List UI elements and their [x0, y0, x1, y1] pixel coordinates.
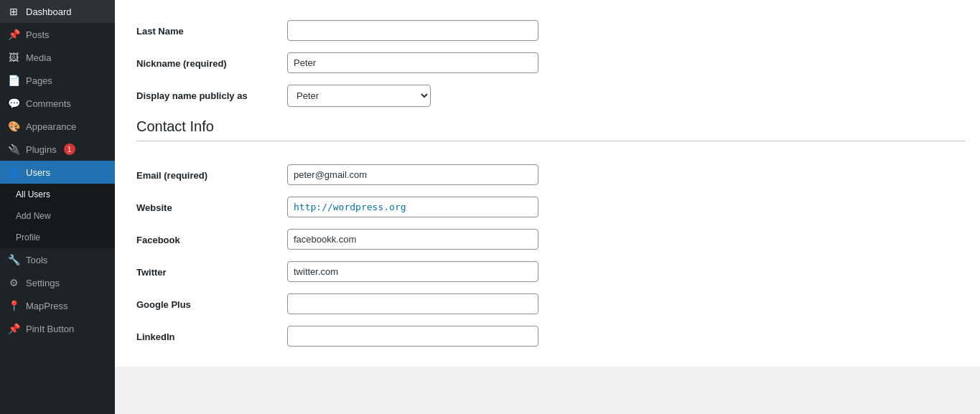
nickname-row: Nickname (required) — [136, 47, 966, 79]
contact-info-title: Contact Info — [136, 118, 966, 141]
sidebar-item-label: Dashboard — [26, 6, 72, 17]
sidebar-item-dashboard[interactable]: ⊞ Dashboard — [0, 0, 115, 23]
sidebar-item-label: Plugins — [26, 144, 57, 155]
email-row: Email (required) — [136, 159, 966, 191]
sidebar-item-label: Posts — [26, 29, 50, 40]
contact-info-heading-row: Contact Info — [136, 113, 966, 159]
dashboard-icon: ⊞ — [7, 6, 20, 17]
plugins-badge: 1 — [64, 144, 75, 155]
all-users-label: All Users — [16, 189, 50, 199]
last-name-input[interactable] — [287, 20, 538, 41]
twitter-input[interactable] — [287, 261, 538, 282]
sidebar-item-pinit[interactable]: 📌 PinIt Button — [0, 317, 115, 340]
pages-icon: 📄 — [7, 75, 20, 86]
profile-label: Profile — [16, 232, 40, 243]
sidebar-item-label: PinIt Button — [26, 324, 74, 334]
sidebar-item-comments[interactable]: 💬 Comments — [0, 92, 115, 115]
content-area: Last Name Nickname (required) — [115, 0, 980, 367]
tools-icon: 🔧 — [7, 254, 20, 265]
sidebar-item-tools[interactable]: 🔧 Tools — [0, 248, 115, 271]
sidebar-item-pages[interactable]: 📄 Pages — [0, 69, 115, 92]
sidebar-item-label: Appearance — [26, 121, 76, 132]
sidebar-item-add-new[interactable]: Add New — [0, 205, 115, 227]
website-label: Website — [136, 202, 172, 213]
sidebar-item-label: Users — [26, 167, 50, 178]
pinit-icon: 📌 — [7, 323, 20, 334]
facebook-row: Facebook — [136, 223, 966, 255]
google-plus-label: Google Plus — [136, 299, 191, 310]
nickname-input[interactable] — [287, 52, 538, 73]
users-icon: 👤 — [7, 166, 20, 178]
mappress-icon: 📍 — [7, 300, 20, 311]
linkedin-row: LinkedIn — [136, 320, 966, 352]
settings-icon: ⚙ — [7, 277, 20, 288]
twitter-label: Twitter — [136, 267, 167, 278]
comments-icon: 💬 — [7, 98, 20, 109]
sidebar-item-settings[interactable]: ⚙ Settings — [0, 271, 115, 294]
add-new-label: Add New — [16, 211, 51, 221]
google-plus-row: Google Plus — [136, 288, 966, 320]
sidebar-item-label: Pages — [26, 75, 52, 86]
sidebar-item-label: Media — [26, 52, 51, 63]
sidebar-item-users[interactable]: 👤 Users — [0, 161, 115, 184]
display-name-label: Display name publicly as — [136, 90, 248, 101]
media-icon: 🖼 — [7, 52, 20, 63]
display-name-select[interactable]: Peter — [287, 85, 431, 107]
sidebar-item-label: Settings — [26, 278, 60, 288]
plugins-icon: 🔌 — [7, 144, 20, 155]
nickname-label: Nickname (required) — [136, 58, 227, 69]
sidebar: ⊞ Dashboard 📌 Posts 🖼 Media 📄 Pages 💬 Co… — [0, 0, 115, 414]
sidebar-item-posts[interactable]: 📌 Posts — [0, 23, 115, 46]
display-name-row: Display name publicly as Peter — [136, 79, 966, 113]
sidebar-item-profile[interactable]: Profile — [0, 227, 115, 248]
website-input[interactable] — [287, 197, 538, 217]
sidebar-item-plugins[interactable]: 🔌 Plugins 1 — [0, 138, 115, 161]
appearance-icon: 🎨 — [7, 121, 20, 132]
sidebar-item-media[interactable]: 🖼 Media — [0, 46, 115, 69]
email-input[interactable] — [287, 164, 538, 185]
website-row: Website — [136, 191, 966, 223]
sidebar-item-label: Comments — [26, 98, 71, 109]
twitter-row: Twitter — [136, 255, 966, 288]
last-name-row: Last Name — [136, 14, 966, 47]
main-content: Last Name Nickname (required) — [115, 0, 980, 414]
sidebar-item-all-users[interactable]: All Users — [0, 184, 115, 205]
last-name-label: Last Name — [136, 26, 184, 37]
sidebar-item-label: Tools — [26, 255, 47, 265]
linkedin-label: LinkedIn — [136, 331, 174, 342]
users-submenu: All Users Add New Profile — [0, 184, 115, 248]
sidebar-item-mappress[interactable]: 📍 MapPress — [0, 294, 115, 317]
facebook-input[interactable] — [287, 229, 538, 250]
sidebar-item-label: MapPress — [26, 301, 68, 311]
profile-form-table: Last Name Nickname (required) — [136, 14, 966, 352]
google-plus-input[interactable] — [287, 293, 538, 314]
linkedin-input[interactable] — [287, 326, 538, 347]
posts-icon: 📌 — [7, 29, 20, 40]
sidebar-item-appearance[interactable]: 🎨 Appearance — [0, 115, 115, 138]
email-label: Email (required) — [136, 170, 207, 181]
facebook-label: Facebook — [136, 235, 180, 245]
